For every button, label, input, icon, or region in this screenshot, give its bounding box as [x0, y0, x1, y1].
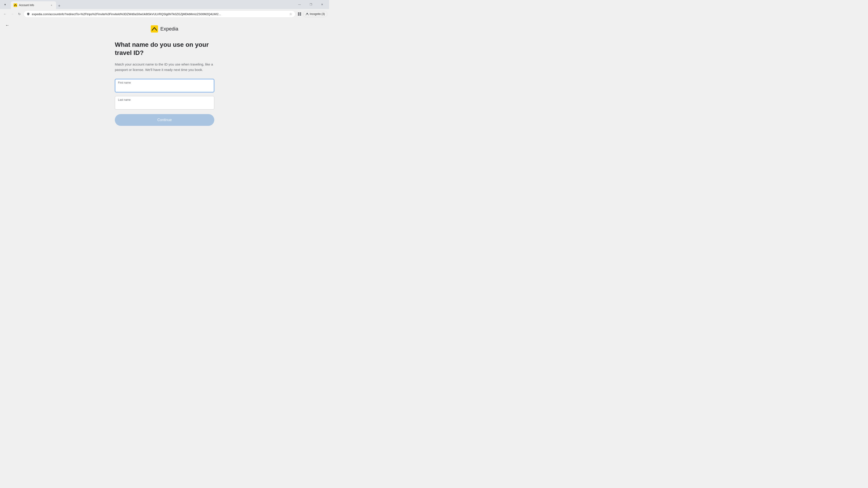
svg-rect-0 [13, 3, 17, 7]
logo-text: Expedia [160, 26, 178, 32]
active-tab[interactable]: Account Info × [11, 1, 56, 9]
logo-container: Expedia [151, 25, 178, 33]
forward-button[interactable]: → [9, 11, 16, 17]
svg-rect-2 [300, 12, 301, 14]
svg-rect-6 [151, 25, 158, 33]
form-heading: What name do you use on your travel ID? [115, 41, 214, 57]
svg-rect-4 [300, 14, 301, 15]
url-text: expedia.com/accountinfo?redirectTo=%2Ftr… [32, 12, 287, 16]
continue-button[interactable]: Continue [115, 114, 214, 126]
new-tab-button[interactable]: + [56, 3, 62, 9]
nav-bar: ← → ↻ expedia.com/accountinfo?redirectTo… [0, 9, 329, 19]
svg-rect-3 [298, 14, 299, 15]
address-bar[interactable]: expedia.com/accountinfo?redirectTo=%2Ftr… [24, 10, 296, 18]
close-button[interactable]: ✕ [317, 1, 327, 8]
incognito-badge[interactable]: Incognito (3) [303, 11, 327, 17]
first-name-field: First name [115, 79, 214, 92]
first-name-input[interactable] [115, 79, 214, 92]
window-controls: — ❐ ✕ [294, 1, 327, 8]
last-name-field: Last name [115, 96, 214, 109]
maximize-button[interactable]: ❐ [306, 1, 316, 8]
page-content: ← Expedia What name do you use on your t… [0, 19, 329, 184]
reload-button[interactable]: ↻ [16, 11, 23, 17]
tab-list-arrow[interactable]: ▾ [2, 1, 8, 8]
tab-title: Account Info [19, 4, 48, 7]
expedia-logo-icon [151, 25, 158, 33]
extensions-button[interactable] [296, 11, 303, 17]
svg-rect-1 [298, 12, 299, 14]
title-bar: ▾ Account Info × + — ❐ ✕ [0, 0, 329, 9]
security-icon [26, 12, 30, 16]
form-container: What name do you use on your travel ID? … [115, 41, 214, 126]
nav-actions: Incognito (3) [296, 11, 327, 17]
last-name-input[interactable] [115, 96, 214, 109]
back-button[interactable]: ← [2, 11, 8, 17]
tab-favicon [13, 3, 17, 7]
page-back-button[interactable]: ← [4, 22, 11, 29]
minimize-button[interactable]: — [294, 1, 305, 8]
form-description: Match your account name to the ID you us… [115, 62, 214, 72]
incognito-label: Incognito (3) [310, 12, 325, 15]
tab-bar: Account Info × + [11, 0, 62, 9]
tab-close-button[interactable]: × [50, 3, 53, 7]
bookmark-icon[interactable]: ☆ [289, 12, 292, 16]
